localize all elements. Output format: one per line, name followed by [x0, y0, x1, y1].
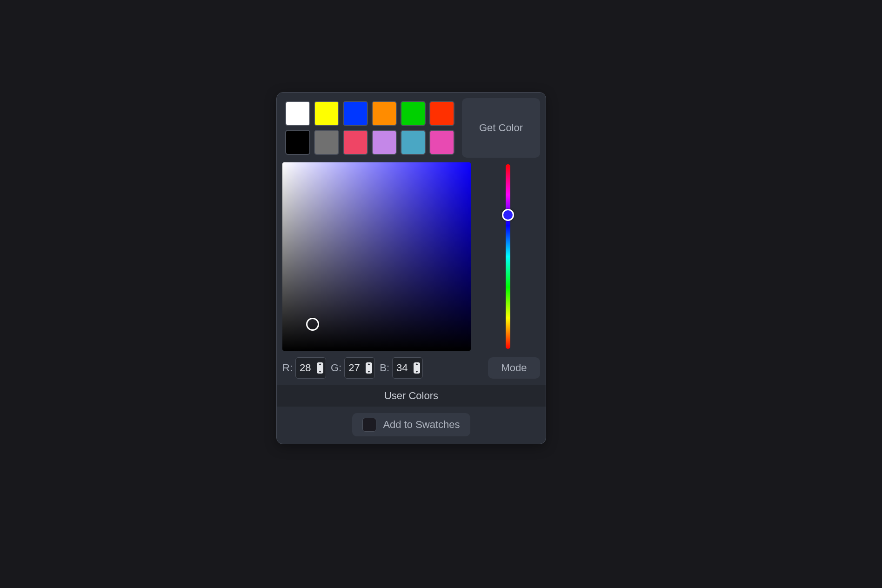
- g-group: G: 27: [331, 357, 375, 379]
- preset-swatch-grid: [282, 98, 457, 158]
- preset-swatch-8[interactable]: [343, 130, 368, 155]
- get-color-label: Get Color: [479, 122, 523, 134]
- b-value: 34: [396, 362, 408, 374]
- preset-swatch-10[interactable]: [401, 130, 426, 155]
- b-label: B:: [380, 362, 389, 374]
- hue-slider[interactable]: [475, 162, 540, 351]
- preset-swatch-0[interactable]: [285, 101, 310, 126]
- add-row: Add to Swatches: [282, 413, 540, 436]
- preset-swatch-11[interactable]: [429, 130, 454, 155]
- mode-label: Mode: [501, 362, 527, 374]
- preset-swatch-6[interactable]: [285, 130, 310, 155]
- g-value: 27: [348, 362, 360, 374]
- add-to-swatches-label: Add to Swatches: [383, 419, 460, 431]
- mode-button[interactable]: Mode: [488, 357, 540, 379]
- b-group: B: 34: [380, 357, 423, 379]
- main-row: [282, 162, 540, 351]
- add-to-swatches-button[interactable]: Add to Swatches: [352, 413, 470, 436]
- current-color-swatch-icon: [362, 418, 376, 432]
- stepper-icon[interactable]: [366, 362, 372, 374]
- rgb-inputs-row: R: 28 G: 27 B: 34 Mode: [282, 357, 540, 379]
- user-colors-header[interactable]: User Colors: [277, 385, 546, 407]
- preset-swatch-4[interactable]: [401, 101, 426, 126]
- preset-swatch-5[interactable]: [429, 101, 454, 126]
- preset-swatch-7[interactable]: [314, 130, 339, 155]
- preset-swatch-1[interactable]: [314, 101, 339, 126]
- b-input[interactable]: 34: [392, 357, 423, 379]
- hue-thumb-icon[interactable]: [502, 209, 514, 221]
- stepper-icon[interactable]: [414, 362, 420, 374]
- r-value: 28: [300, 362, 311, 374]
- get-color-button[interactable]: Get Color: [462, 98, 540, 158]
- user-colors-label: User Colors: [384, 390, 438, 402]
- r-input[interactable]: 28: [295, 357, 326, 379]
- saturation-value-area[interactable]: [282, 162, 471, 351]
- r-label: R:: [282, 362, 293, 374]
- preset-swatch-9[interactable]: [372, 130, 397, 155]
- top-row: Get Color: [282, 98, 540, 158]
- g-label: G:: [331, 362, 341, 374]
- color-picker-panel: Get Color R: 28 G: 27 B:: [276, 92, 546, 444]
- preset-swatch-3[interactable]: [372, 101, 397, 126]
- preset-swatch-2[interactable]: [343, 101, 368, 126]
- stepper-icon[interactable]: [317, 362, 323, 374]
- sv-cursor-icon[interactable]: [306, 318, 319, 331]
- g-input[interactable]: 27: [344, 357, 375, 379]
- r-group: R: 28: [282, 357, 326, 379]
- hue-track[interactable]: [506, 164, 510, 349]
